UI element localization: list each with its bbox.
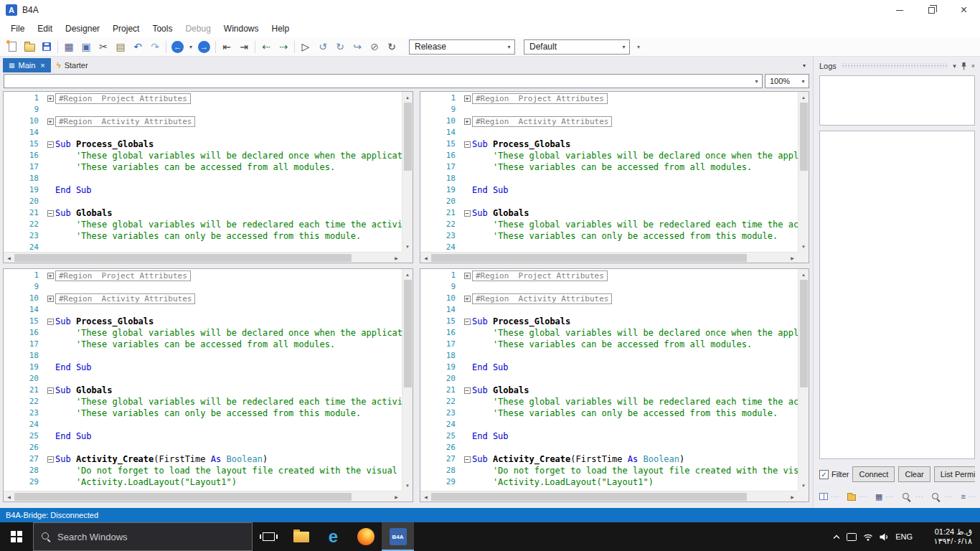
collapsed-region[interactable]: #Region Project Attributes	[472, 93, 608, 104]
code-line[interactable]: 9	[420, 281, 798, 293]
code-line[interactable]: 14	[4, 304, 402, 316]
taskbar-clock[interactable]: 01:24 ق.ظ ۱۳۹۴/۰۶/۱۸	[919, 527, 976, 546]
copy-button[interactable]: ▣	[77, 38, 95, 55]
code-line[interactable]: 24	[4, 419, 402, 430]
code-editor-pane[interactable]: 1+#Region Project Attributes910+#Region …	[3, 91, 413, 263]
menu-designer[interactable]: Designer	[59, 22, 106, 36]
redo-button[interactable]: ↷	[146, 38, 164, 55]
code-line[interactable]: 1+#Region Project Attributes	[4, 270, 402, 281]
save-button[interactable]	[38, 38, 55, 55]
code-line[interactable]: 16 'These global variables will be decla…	[4, 327, 402, 339]
code-line[interactable]: 24	[4, 242, 402, 252]
code-line[interactable]: 9	[420, 104, 798, 116]
menu-edit[interactable]: Edit	[31, 22, 59, 36]
fold-toggle-icon[interactable]: +	[462, 273, 472, 279]
filter-checkbox[interactable]: ✓ Filter	[819, 470, 849, 479]
code-line[interactable]: 9	[4, 281, 402, 293]
fold-toggle-icon[interactable]: +	[45, 273, 55, 279]
fold-toggle-icon[interactable]: −	[462, 210, 472, 217]
zoom-select[interactable]: 100% ▾	[765, 74, 809, 88]
volume-icon[interactable]	[880, 533, 889, 541]
network-icon[interactable]	[863, 533, 873, 541]
code-line[interactable]: 24	[420, 419, 798, 430]
outdent-button[interactable]: ⇤	[218, 38, 235, 55]
code-line[interactable]: 19End Sub	[4, 362, 402, 373]
code-line[interactable]: 16 'These global variables will be decla…	[420, 327, 798, 339]
code-line[interactable]: 21−Sub Globals	[420, 385, 798, 396]
run-button[interactable]: ▷	[297, 38, 314, 55]
code-line[interactable]: 1+#Region Project Attributes	[420, 270, 798, 281]
fold-toggle-icon[interactable]: +	[462, 118, 472, 125]
code-line[interactable]: 14	[420, 127, 798, 138]
scrollbar-thumb[interactable]	[431, 254, 747, 262]
horizontal-scrollbar[interactable]: ◀▶	[4, 491, 402, 501]
log-filter-box[interactable]	[819, 75, 975, 126]
hidden-icons-chevron-icon[interactable]	[833, 534, 840, 540]
open-project-button[interactable]	[21, 38, 38, 55]
code-line[interactable]: 19End Sub	[420, 184, 798, 196]
fold-toggle-icon[interactable]: −	[45, 319, 55, 325]
fold-toggle-icon[interactable]: +	[45, 296, 55, 302]
fold-toggle-icon[interactable]: −	[45, 141, 55, 148]
resume-button[interactable]: ↪	[349, 38, 366, 55]
uncomment-button[interactable]: ⇢	[275, 38, 292, 55]
code-line[interactable]: 23 'These variables can only be accessed…	[420, 408, 798, 419]
code-line[interactable]: 27−Sub Activity_Create(FirstTime As Bool…	[420, 453, 798, 465]
panel-drag-handle[interactable]	[841, 63, 948, 68]
panel-menu-chevron-icon[interactable]: ▾	[953, 62, 956, 70]
code-line[interactable]: 27−Sub Activity_Create(FirstTime As Bool…	[4, 453, 402, 465]
modules-grid-button[interactable]: ▦	[60, 38, 77, 55]
fold-toggle-icon[interactable]: −	[462, 319, 472, 325]
code-line[interactable]: 18	[420, 173, 798, 184]
menu-file[interactable]: File	[4, 22, 31, 36]
scrollbar-thumb[interactable]	[404, 280, 412, 387]
connect-button[interactable]: Connect	[852, 466, 895, 482]
collapsed-region[interactable]: #Region Project Attributes	[472, 270, 608, 281]
menu-project[interactable]: Project	[106, 22, 146, 36]
code-line[interactable]: 16 'These global variables will be decla…	[420, 150, 798, 161]
navigate-forward-button[interactable]: →	[198, 41, 210, 53]
dock-tab-modules[interactable]: ▦···	[875, 492, 894, 501]
code-line[interactable]: 22 'These global variables will be redec…	[420, 396, 798, 408]
code-line[interactable]: 17 'These variables can be accessed from…	[420, 339, 798, 350]
paste-button[interactable]: ▤	[112, 38, 129, 55]
code-line[interactable]: 28 'Do not forget to load the layout fil…	[4, 465, 402, 476]
code-line[interactable]: 22 'These global variables will be redec…	[420, 219, 798, 230]
code-line[interactable]: 15−Sub Process_Globals	[420, 316, 798, 327]
dock-tab-layouts[interactable]: ···	[819, 493, 839, 500]
code-line[interactable]: 21−Sub Globals	[4, 385, 402, 396]
dock-tab-files[interactable]: ···	[847, 493, 867, 501]
fold-toggle-icon[interactable]: −	[462, 387, 472, 394]
horizontal-scrollbar[interactable]: ◀▶	[4, 252, 402, 263]
code-line[interactable]: 20	[420, 373, 798, 385]
code-line[interactable]: 20	[420, 196, 798, 207]
scrollbar-thumb[interactable]	[404, 103, 412, 171]
toolbar-overflow-button[interactable]: ▾	[637, 44, 640, 50]
code-line[interactable]: 17 'These variables can be accessed from…	[420, 161, 798, 173]
jump-to-member-select[interactable]: ▾	[4, 74, 763, 88]
code-line[interactable]: 10+#Region Activity Attributes	[4, 293, 402, 304]
vertical-scrollbar[interactable]: ▲▼	[798, 92, 809, 252]
default-configuration-select[interactable]: Default ▾	[524, 39, 630, 55]
code-line[interactable]: 15−Sub Process_Globals	[4, 138, 402, 150]
collapsed-region[interactable]: #Region Project Attributes	[55, 93, 191, 104]
code-editor-pane[interactable]: 1+#Region Project Attributes910+#Region …	[3, 268, 413, 502]
code-line[interactable]: 19End Sub	[4, 184, 402, 196]
build-configuration-select[interactable]: Release ▾	[409, 39, 515, 55]
tab-list-chevron-icon[interactable]: ▾	[803, 62, 806, 69]
new-project-button[interactable]	[4, 38, 21, 55]
tab-starter[interactable]: ϟStarter	[51, 58, 94, 72]
horizontal-scrollbar[interactable]: ◀▶	[420, 252, 798, 263]
compile-release-button[interactable]: ↻	[331, 38, 349, 55]
code-line[interactable]: 24	[420, 242, 798, 252]
clear-button[interactable]: Clear	[898, 466, 930, 482]
code-line[interactable]: 18	[420, 350, 798, 362]
collapsed-region[interactable]: #Region Activity Attributes	[55, 293, 195, 304]
scrollbar-thumb[interactable]	[14, 254, 352, 262]
close-panel-icon[interactable]: ×	[971, 62, 975, 70]
code-line[interactable]: 22 'These global variables will be redec…	[4, 219, 402, 230]
taskbar-search-input[interactable]: Search Windows	[33, 522, 253, 551]
rebuild-button[interactable]: ↻	[383, 38, 400, 55]
list-permissions-button[interactable]: List Permi	[934, 466, 975, 482]
restore-button[interactable]	[915, 0, 948, 20]
